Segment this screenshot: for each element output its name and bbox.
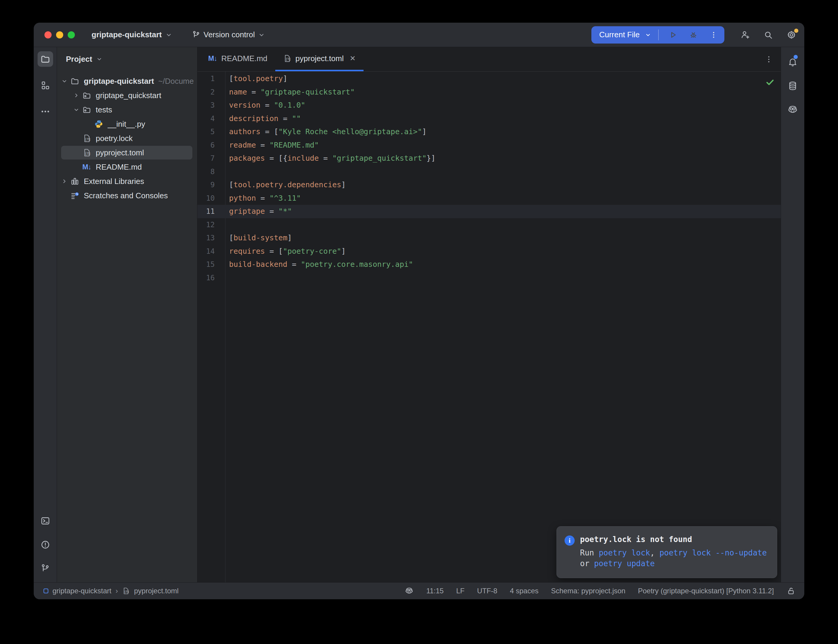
line-number[interactable]: 2 <box>197 85 215 99</box>
breadcrumb-file[interactable]: pyproject.toml <box>134 587 178 595</box>
tab-readme[interactable]: M↓ README.md <box>200 47 275 71</box>
breadcrumb-root[interactable]: griptape-quickstart <box>53 587 111 595</box>
vcs-widget[interactable]: Version control <box>192 30 266 39</box>
more-tool-windows-button[interactable] <box>40 104 50 119</box>
project-tool-button[interactable] <box>38 51 53 67</box>
search-everywhere-button[interactable] <box>763 30 773 40</box>
line-number[interactable]: 11 <box>197 205 215 218</box>
code-line[interactable]: 9[tool.poetry.dependencies] <box>197 178 781 192</box>
module-icon <box>44 588 48 593</box>
left-tool-stripe <box>34 47 57 582</box>
tab-label: pyproject.toml <box>296 54 344 63</box>
line-number[interactable]: 3 <box>197 99 215 112</box>
code-token: "README.md" <box>269 141 319 150</box>
chevron-down-icon[interactable] <box>59 77 69 85</box>
zoom-button[interactable] <box>68 31 75 38</box>
code-token: "poetry.core.masonry.api" <box>301 260 413 269</box>
settings-gear-button[interactable] <box>786 30 797 40</box>
code-line[interactable]: 15build-backend = "poetry.core.masonry.a… <box>197 258 781 271</box>
chevron-down-icon[interactable] <box>71 106 81 113</box>
tree-item[interactable]: M↓README.md <box>57 160 197 174</box>
tree-item[interactable]: External Libraries <box>57 174 197 189</box>
line-number[interactable]: 9 <box>197 178 215 192</box>
minimize-button[interactable] <box>56 31 63 38</box>
code-line[interactable]: 7packages = [{include = "griptape_quicks… <box>197 152 781 165</box>
more-run-options-button[interactable] <box>706 28 721 42</box>
tree-item-label: pyproject.toml <box>96 148 144 158</box>
code-line[interactable]: 2name = "griptape-quickstart" <box>197 85 781 99</box>
chevron-right-icon[interactable] <box>59 178 69 185</box>
line-number[interactable]: 14 <box>197 245 215 258</box>
tree-item[interactable]: Scratches and Consoles <box>57 189 197 203</box>
terminal-tool-button[interactable] <box>40 513 50 529</box>
tab-pyproject[interactable]: [T] pyproject.toml ✕ <box>275 47 363 71</box>
structure-tool-button[interactable] <box>40 77 50 93</box>
code-line[interactable]: 3version = "0.1.0" <box>197 99 781 112</box>
problems-tool-button[interactable] <box>40 537 50 552</box>
code-line[interactable]: 1[tool.poetry] <box>197 72 781 85</box>
run-config-label[interactable]: Current File <box>599 30 640 39</box>
git-tool-button[interactable] <box>40 561 50 576</box>
project-selector[interactable]: griptape-quickstart <box>92 30 173 39</box>
line-number[interactable]: 8 <box>197 165 215 179</box>
code-line[interactable]: 14requires = ["poetry-core"] <box>197 245 781 258</box>
poetry-lock-link[interactable]: poetry lock <box>599 548 650 557</box>
line-number[interactable]: 5 <box>197 125 215 139</box>
code-token: "poetry-core" <box>283 247 342 256</box>
line-number[interactable]: 16 <box>197 271 215 285</box>
tree-item-label: poetry.lock <box>96 134 133 143</box>
tree-item[interactable]: [T]poetry.lock <box>57 131 197 146</box>
project-panel-header[interactable]: Project <box>57 52 197 66</box>
tab-options-button[interactable] <box>765 47 781 71</box>
close-button[interactable] <box>44 31 52 38</box>
inspections-ok-icon[interactable] <box>765 77 775 87</box>
code-line[interactable]: 6readme = "README.md" <box>197 139 781 152</box>
chevron-right-icon[interactable] <box>71 92 81 99</box>
tree-item[interactable]: griptape-quickstart~/Docume <box>57 74 197 88</box>
line-number[interactable]: 6 <box>197 139 215 152</box>
code-line[interactable]: 12 <box>197 218 781 232</box>
close-tab-icon[interactable]: ✕ <box>350 54 355 62</box>
code-line[interactable]: 10python = "^3.11" <box>197 192 781 205</box>
code-line-text: build-backend = "poetry.core.masonry.api… <box>229 258 413 271</box>
notifications-bell-button[interactable] <box>788 54 798 70</box>
code-line[interactable]: 11griptape = "*" <box>197 205 781 218</box>
line-number[interactable]: 4 <box>197 112 215 125</box>
lock-open-icon[interactable] <box>786 586 795 595</box>
copilot-status-icon[interactable] <box>405 586 414 595</box>
tree-item[interactable]: tests <box>57 103 197 117</box>
line-number[interactable]: 13 <box>197 232 215 245</box>
schema-widget[interactable]: Schema: pyproject.json <box>551 587 625 595</box>
notification-text: , <box>650 548 659 557</box>
interpreter-widget[interactable]: Poetry (griptape-quickstart) [Python 3.1… <box>638 587 774 595</box>
run-widget[interactable]: Current File <box>592 26 725 44</box>
code-line[interactable]: 8 <box>197 165 781 179</box>
line-ending-widget[interactable]: LF <box>456 587 465 595</box>
code-line[interactable]: 16 <box>197 271 781 285</box>
run-button[interactable] <box>665 28 681 42</box>
breadcrumb: griptape-quickstart › [T] pyproject.toml <box>44 587 179 595</box>
debug-button[interactable] <box>685 28 701 42</box>
tree-item[interactable]: griptape_quickstart <box>57 88 197 103</box>
line-number[interactable]: 15 <box>197 258 215 271</box>
tree-item[interactable]: [T]pyproject.toml <box>57 146 197 160</box>
code-line[interactable]: 13[build-system] <box>197 232 781 245</box>
database-tool-button[interactable] <box>788 78 798 94</box>
poetry-lock-no-update-link[interactable]: poetry lock --no-update <box>659 548 767 557</box>
indent-widget[interactable]: 4 spaces <box>510 587 539 595</box>
line-number[interactable]: 12 <box>197 218 215 232</box>
encoding-widget[interactable]: UTF-8 <box>477 587 498 595</box>
tree-item-path: ~/Docume <box>158 77 194 86</box>
line-number[interactable]: 10 <box>197 192 215 205</box>
code-token: readme <box>229 141 256 150</box>
line-number[interactable]: 7 <box>197 152 215 165</box>
code-line[interactable]: 5authors = ["Kyle Roche <hello@griptape.… <box>197 125 781 139</box>
copilot-tool-button[interactable] <box>787 102 798 117</box>
code-editor[interactable]: 1[tool.poetry]2name = "griptape-quicksta… <box>197 72 781 582</box>
tree-item[interactable]: __init__.py <box>57 117 197 131</box>
add-user-button[interactable] <box>740 30 750 40</box>
code-line[interactable]: 4description = "" <box>197 112 781 125</box>
line-number[interactable]: 1 <box>197 72 215 85</box>
poetry-update-link[interactable]: poetry update <box>594 559 655 568</box>
cursor-position-widget[interactable]: 11:15 <box>426 587 444 595</box>
